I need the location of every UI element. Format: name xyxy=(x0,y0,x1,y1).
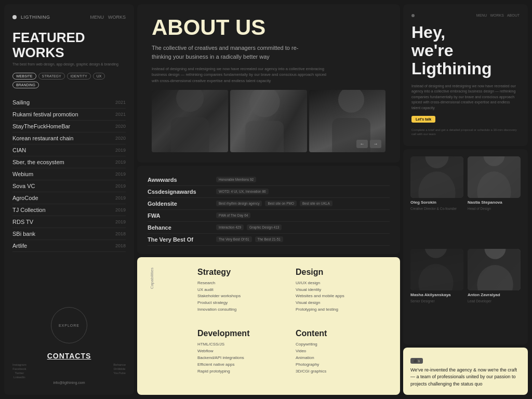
nav-links: MENU WORKS xyxy=(90,15,126,20)
contacts-email[interactable]: info@ligthining.com xyxy=(12,381,126,384)
hey-dot xyxy=(411,14,415,17)
about-image-2 xyxy=(230,90,307,152)
work-item-sber[interactable]: Sber, the ecosystem 2019 xyxy=(12,156,126,168)
hey-cta-bar: Let's talk xyxy=(411,116,520,123)
avatar-masha xyxy=(410,249,463,290)
explore-button[interactable]: EXPLORE xyxy=(51,307,87,343)
services-label: Capabilities xyxy=(150,268,191,291)
tag-branding[interactable]: BRANDING xyxy=(12,82,39,88)
team-member-oleg: Oleg Sorokin Creative Director & Co-foun… xyxy=(410,156,463,245)
tags-row: WEBSITE STRATEGY IDENTITY UX BRANDING xyxy=(12,73,126,88)
hey-nav: MENU WORKS ABOUT xyxy=(411,14,520,17)
hey-works-link[interactable]: WORKS xyxy=(490,14,503,17)
left-panel: LIGTHINING MENU WORKS FEATUREDWORKS The … xyxy=(4,4,134,395)
left-nav-top: LIGTHINING MENU WORKS xyxy=(12,15,126,20)
award-awwwards[interactable]: Awwwards Honorable Mentions 92 xyxy=(148,174,390,186)
service-design: Design UI/UX design Visual identity Webs… xyxy=(296,268,388,323)
about-image-3: ← → xyxy=(309,90,385,152)
featured-works-title: FEATUREDWORKS xyxy=(12,30,126,60)
work-item-sova[interactable]: Sova VC 2019 xyxy=(12,180,126,192)
work-item-korean[interactable]: Korean restaurant chain 2020 xyxy=(12,132,126,144)
work-item-cian[interactable]: CIAN 2019 xyxy=(12,144,126,156)
team-name-oleg: Oleg Sorokin xyxy=(410,200,463,205)
team-member-anton: Anton Zavralyad Lead Developer xyxy=(468,249,521,337)
image-nav-arrows: ← → xyxy=(356,140,381,148)
contacts-col-2: Behance Dribbble YouTube xyxy=(113,363,126,379)
contacts-title[interactable]: CONTACTS xyxy=(12,352,126,360)
reinvent-badge: ⬛ 1 xyxy=(410,358,423,364)
svg-point-2 xyxy=(249,90,280,117)
logo-dot xyxy=(12,15,17,19)
tag-website[interactable]: WEBSITE xyxy=(12,73,36,79)
about-body: Instead of designing and redesigning we … xyxy=(152,66,328,84)
logo-text: LIGTHINING xyxy=(21,15,50,20)
hey-section: MENU WORKS ABOUT Hey,we'reLigthining Ins… xyxy=(403,4,528,146)
work-item-rds[interactable]: RDS TV 2019 xyxy=(12,216,126,228)
team-role-anton: Lead Developer xyxy=(468,299,521,303)
team-name-nastia: Nastia Stepanova xyxy=(468,200,521,205)
team-role-masha: Senior Designer xyxy=(410,299,463,303)
team-role-oleg: Creative Director & Co-founder xyxy=(410,207,463,210)
team-section: Oleg Sorokin Creative Director & Co-foun… xyxy=(403,149,528,344)
avatar-oleg xyxy=(410,156,463,198)
svg-rect-3 xyxy=(246,121,284,152)
featured-subtitle: The best from web design, app design, gr… xyxy=(12,62,126,66)
team-name-anton: Anton Zavralyad xyxy=(468,292,521,297)
about-image-1 xyxy=(152,90,228,152)
contacts-section: CONTACTS Instagram Facebook Twitter Link… xyxy=(12,352,126,384)
middle-panel: ABOUT US The collective of creatives and… xyxy=(137,4,400,395)
about-section: ABOUT US The collective of creatives and… xyxy=(137,4,400,163)
award-verybestof[interactable]: The Very Best Of The Very Best Of 61 The… xyxy=(148,234,390,246)
avatar-nastia xyxy=(468,156,521,198)
work-item-webium[interactable]: Webium 2019 xyxy=(12,168,126,180)
reinvent-text: We've re-invented the agency & now we're… xyxy=(410,367,521,388)
team-member-nastia: Nastia Stepanova Head of Design xyxy=(468,156,521,245)
works-link[interactable]: WORKS xyxy=(108,15,126,20)
service-content: Content Copywriting Video Animation Phot… xyxy=(296,329,388,384)
team-grid: Oleg Sorokin Creative Director & Co-foun… xyxy=(410,156,521,337)
contacts-details: Instagram Facebook Twitter LinkedIn Beha… xyxy=(12,363,126,379)
team-role-nastia: Head of Design xyxy=(468,207,521,210)
work-item-staythefuck[interactable]: StayTheFuckHomeBar 2020 xyxy=(12,121,126,132)
service-strategy: Strategy Research UX audit Stakeholder w… xyxy=(197,268,289,323)
svg-rect-1 xyxy=(171,117,209,152)
hey-title: Hey,we'reLigthining xyxy=(411,23,520,78)
hey-menu-link[interactable]: MENU xyxy=(476,14,487,17)
prev-arrow[interactable]: ← xyxy=(356,140,368,148)
work-item-sailing[interactable]: Sailing 2021 xyxy=(12,97,126,109)
tag-ux[interactable]: UX xyxy=(93,73,105,79)
hey-small-text: Complete a brief and get a detailed prop… xyxy=(411,128,520,137)
work-item-agrocode[interactable]: AgroCode 2019 xyxy=(12,192,126,204)
hey-cta-button[interactable]: Let's talk xyxy=(411,116,435,123)
about-tagline: The collective of creatives and managers… xyxy=(152,44,308,61)
contacts-col-1: Instagram Facebook Twitter LinkedIn xyxy=(12,363,26,379)
award-goldensite[interactable]: Goldensite Best rhythm design agency Bes… xyxy=(148,198,390,210)
awards-section: Awwwards Honorable Mentions 92 Cssdesign… xyxy=(137,166,400,254)
hey-about-link[interactable]: ABOUT xyxy=(507,14,520,17)
avatar-anton xyxy=(468,249,521,290)
work-item-artlife[interactable]: Artlife 2018 xyxy=(12,240,126,252)
award-behance[interactable]: Behance Interaction 429 Graphic Design 4… xyxy=(148,222,390,234)
svg-point-4 xyxy=(338,90,364,113)
svg-point-0 xyxy=(176,90,204,112)
hey-nav-links: MENU WORKS ABOUT xyxy=(476,14,520,17)
service-development: Development HTML/CSS/JS Webflow Backend/… xyxy=(197,329,289,384)
tag-strategy[interactable]: STRATEGY xyxy=(38,73,65,79)
award-fwa[interactable]: FWA FWA of The Day 64 xyxy=(148,210,390,222)
hey-body: Instead of designing and redesigning we … xyxy=(411,84,520,111)
about-title: ABOUT US xyxy=(152,17,385,38)
next-arrow[interactable]: → xyxy=(370,140,381,148)
menu-link[interactable]: MENU xyxy=(90,15,104,20)
work-item-rukami[interactable]: Rukami festival promotion 2021 xyxy=(12,109,126,121)
works-list: Sailing 2021 Rukami festival promotion 2… xyxy=(12,97,126,301)
work-item-tj[interactable]: TJ Collection 2019 xyxy=(12,204,126,216)
about-images: ← → xyxy=(152,90,385,152)
award-cssdesign[interactable]: Cssdesignawards WOTD: 4 UI, UX, Innovati… xyxy=(148,186,390,198)
tag-identity[interactable]: IDENTITY xyxy=(67,73,91,79)
services-section: Capabilities Strategy Research UX audit … xyxy=(137,257,400,395)
team-name-masha: Masha Akilyanskaya xyxy=(410,292,463,297)
right-panel: MENU WORKS ABOUT Hey,we'reLigthining Ins… xyxy=(403,4,528,395)
team-member-masha: Masha Akilyanskaya Senior Designer xyxy=(410,249,463,337)
reinvent-section: ⬛ 1 We've re-invented the agency & now w… xyxy=(403,348,528,395)
work-item-sbi[interactable]: SBi bank 2018 xyxy=(12,228,126,240)
